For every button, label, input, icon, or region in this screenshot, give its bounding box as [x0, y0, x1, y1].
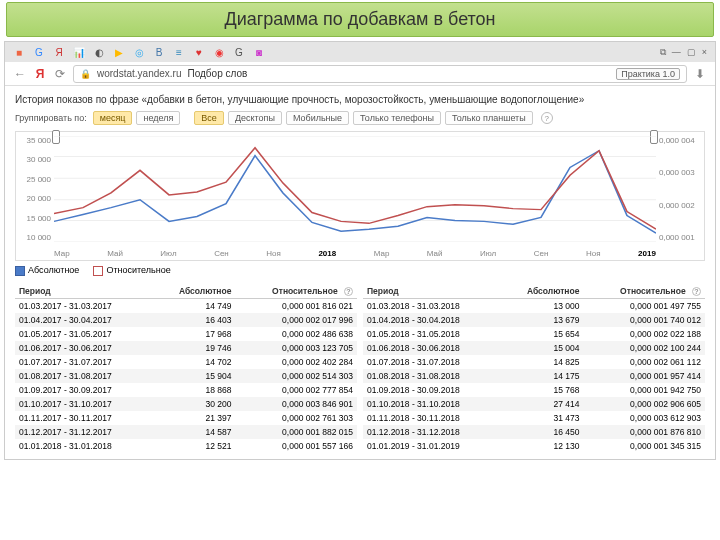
table-row: 01.04.2018 - 30.04.201813 6790,000 001 7… [363, 313, 705, 327]
download-icon[interactable]: ⬇ [693, 67, 707, 81]
device-tab-mobile[interactable]: Мобильные [286, 111, 349, 125]
window-maximize-icon[interactable]: ▢ [687, 47, 696, 58]
cell-rel: 0,000 001 345 315 [583, 439, 705, 453]
cell-rel: 0,000 001 740 012 [583, 313, 705, 327]
chart-legend: Абсолютное Относительное [15, 265, 705, 276]
col-abs: Абсолютное [153, 284, 236, 299]
table-row: 01.01.2018 - 31.01.201812 5210,000 001 5… [15, 439, 357, 453]
col-rel: Относительное ? [235, 284, 357, 299]
table-row: 01.09.2018 - 30.09.201815 7680,000 001 9… [363, 383, 705, 397]
cell-period: 01.06.2017 - 30.06.2017 [15, 341, 153, 355]
cell-rel: 0,000 002 402 284 [235, 355, 357, 369]
reload-button[interactable]: ⟳ [53, 67, 67, 81]
browser-window: ■ G Я 📊 ◐ ▶ ◎ В ≡ ♥ ◉ G ◙ ⧉ — ▢ × ← Я ⟳ … [4, 41, 716, 460]
group-tab-month[interactable]: месяц [93, 111, 133, 125]
cell-rel: 0,000 001 497 755 [583, 298, 705, 313]
cell-rel: 0,000 001 816 021 [235, 298, 357, 313]
cell-abs: 14 175 [501, 369, 584, 383]
chart-container: 35 000 30 000 25 000 20 000 15 000 10 00… [15, 131, 705, 261]
group-label: Группировать по: [15, 113, 87, 123]
tab-icon[interactable]: ≡ [173, 46, 185, 58]
cell-period: 01.12.2017 - 31.12.2017 [15, 425, 153, 439]
tab-icon[interactable]: G [233, 46, 245, 58]
nav-bar: ← Я ⟳ 🔒 wordstat.yandex.ru Подбор слов П… [5, 62, 715, 86]
cell-abs: 30 200 [153, 397, 236, 411]
cell-abs: 15 768 [501, 383, 584, 397]
cell-rel: 0,000 003 846 901 [235, 397, 357, 411]
cell-period: 01.09.2017 - 30.09.2017 [15, 383, 153, 397]
tab-icon[interactable]: ◉ [213, 46, 225, 58]
table-row: 01.05.2018 - 31.05.201815 6540,000 002 0… [363, 327, 705, 341]
cell-abs: 13 679 [501, 313, 584, 327]
table-row: 01.10.2018 - 31.10.201827 4140,000 002 9… [363, 397, 705, 411]
tab-icon[interactable]: В [153, 46, 165, 58]
cell-abs: 14 587 [153, 425, 236, 439]
info-icon[interactable]: ? [692, 287, 701, 296]
device-tab-phones[interactable]: Только телефоны [353, 111, 441, 125]
query-text: История показов по фразе «добавки в бето… [15, 94, 705, 105]
device-tab-all[interactable]: Все [194, 111, 224, 125]
cell-rel: 0,000 003 123 705 [235, 341, 357, 355]
device-tab-tablets[interactable]: Только планшеты [445, 111, 533, 125]
window-close-icon[interactable]: × [702, 47, 707, 58]
table-row: 01.08.2018 - 31.08.201814 1750,000 001 9… [363, 369, 705, 383]
group-tab-week[interactable]: неделя [136, 111, 180, 125]
cell-period: 01.10.2018 - 31.10.2018 [363, 397, 501, 411]
url-bar[interactable]: 🔒 wordstat.yandex.ru Подбор слов Практик… [73, 65, 687, 83]
table-row: 01.08.2017 - 31.08.201715 9040,000 002 5… [15, 369, 357, 383]
lock-icon: 🔒 [80, 69, 91, 79]
tab-bar: ■ G Я 📊 ◐ ▶ ◎ В ≡ ♥ ◉ G ◙ ⧉ — ▢ × [5, 42, 715, 62]
cell-period: 01.06.2018 - 30.06.2018 [363, 341, 501, 355]
cell-period: 01.07.2018 - 31.07.2018 [363, 355, 501, 369]
tab-icon[interactable]: G [33, 46, 45, 58]
cell-abs: 15 004 [501, 341, 584, 355]
cell-rel: 0,000 002 017 996 [235, 313, 357, 327]
cell-period: 01.04.2017 - 30.04.2017 [15, 313, 153, 327]
window-minimize-icon[interactable]: — [672, 47, 681, 58]
legend-abs: Абсолютное [15, 265, 79, 276]
table-row: 01.07.2018 - 31.07.201814 8250,000 002 0… [363, 355, 705, 369]
cell-rel: 0,000 001 942 750 [583, 383, 705, 397]
tab-icon[interactable]: ◎ [133, 46, 145, 58]
cell-rel: 0,000 002 486 638 [235, 327, 357, 341]
cell-period: 01.11.2017 - 30.11.2017 [15, 411, 153, 425]
y-axis-right: 0,000 004 0,000 003 0,000 002 0,000 001 [656, 136, 704, 242]
cell-abs: 14 825 [501, 355, 584, 369]
chart-plot [54, 136, 656, 242]
cell-rel: 0,000 002 100 244 [583, 341, 705, 355]
info-icon[interactable]: ? [541, 112, 553, 124]
device-tab-desktop[interactable]: Десктопы [228, 111, 282, 125]
cell-rel: 0,000 002 777 854 [235, 383, 357, 397]
tab-icon[interactable]: ♥ [193, 46, 205, 58]
back-button[interactable]: ← [13, 67, 27, 81]
table-row: 01.09.2017 - 30.09.201718 8680,000 002 7… [15, 383, 357, 397]
tab-icon[interactable]: ▶ [113, 46, 125, 58]
x-axis: Мар Май Июл Сен Ноя 2018 Мар Май Июл Сен… [54, 249, 656, 258]
yandex-logo-icon[interactable]: Я [33, 67, 47, 81]
url-page-title: Подбор слов [188, 68, 248, 79]
cell-period: 01.09.2018 - 30.09.2018 [363, 383, 501, 397]
cell-rel: 0,000 002 022 188 [583, 327, 705, 341]
cell-period: 01.08.2017 - 31.08.2017 [15, 369, 153, 383]
table-row: 01.05.2017 - 31.05.201717 9680,000 002 4… [15, 327, 357, 341]
cell-rel: 0,000 001 882 015 [235, 425, 357, 439]
cell-rel: 0,000 002 061 112 [583, 355, 705, 369]
tab-icon[interactable]: 📊 [73, 46, 85, 58]
info-icon[interactable]: ? [344, 287, 353, 296]
tab-icon[interactable]: ■ [13, 46, 25, 58]
table-row: 01.07.2017 - 31.07.201714 7020,000 002 4… [15, 355, 357, 369]
data-tables: Период Абсолютное Относительное ? 01.03.… [15, 284, 705, 453]
cell-rel: 0,000 001 957 414 [583, 369, 705, 383]
cell-abs: 16 450 [501, 425, 584, 439]
table-row: 01.10.2017 - 31.10.201730 2000,000 003 8… [15, 397, 357, 411]
tab-icon[interactable]: ◙ [253, 46, 265, 58]
tab-icon[interactable]: ◐ [93, 46, 105, 58]
legend-rel: Относительное [93, 265, 170, 276]
table-row: 01.12.2017 - 31.12.201714 5870,000 001 8… [15, 425, 357, 439]
window-copy-icon[interactable]: ⧉ [660, 47, 666, 58]
table-row: 01.11.2017 - 30.11.201721 3970,000 002 7… [15, 411, 357, 425]
tab-icon[interactable]: Я [53, 46, 65, 58]
cell-abs: 27 414 [501, 397, 584, 411]
cell-abs: 17 968 [153, 327, 236, 341]
cell-period: 01.12.2018 - 31.12.2018 [363, 425, 501, 439]
